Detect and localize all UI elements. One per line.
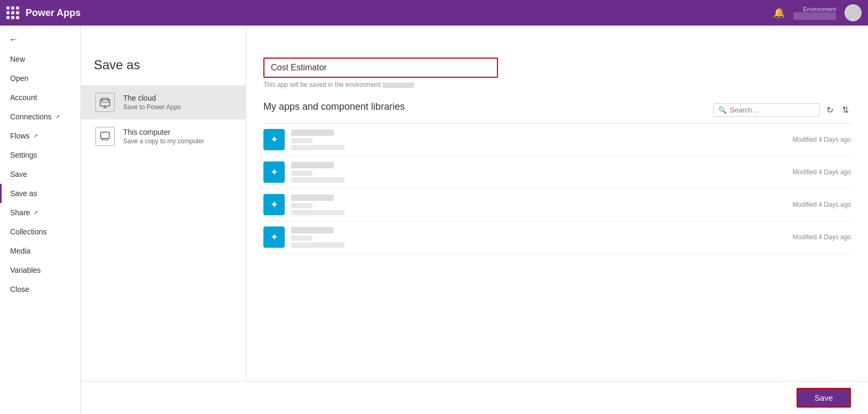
app-name-blur <box>291 227 334 233</box>
location-subtitle-cloud: Save to Power Apps <box>123 103 181 111</box>
app-tile-icon: ✦ <box>270 166 278 178</box>
section-title: My apps and component libraries <box>263 101 405 112</box>
app-modified-date: Modified 4 Days ago <box>793 136 851 143</box>
page-title: Save as <box>81 58 246 85</box>
content-area: Save as The cloud Save to Power Apps Thi… <box>81 26 868 414</box>
environment-selector[interactable]: Environment <box>793 6 836 20</box>
external-link-icon: ↗ <box>33 133 38 140</box>
sidebar-item-label: Open <box>10 74 28 83</box>
location-text-cloud: The cloud Save to Power Apps <box>123 94 181 111</box>
app-info <box>291 227 793 248</box>
sidebar-item-label: New <box>10 55 25 63</box>
app-list-item[interactable]: ✦ Modified 4 Days ago <box>263 156 851 189</box>
app-info <box>291 194 793 215</box>
sidebar-item-label: Media <box>10 247 30 255</box>
location-subtitle-computer: Save a copy to my computer <box>123 137 204 145</box>
app-sub1-blur <box>291 203 312 208</box>
app-tile-icon: ✦ <box>270 231 278 243</box>
app-grid-icon[interactable] <box>6 6 19 19</box>
app-tile: ✦ <box>263 161 285 183</box>
sidebar-item-share[interactable]: Share↗ <box>0 203 81 222</box>
sidebar-item-collections[interactable]: Collections <box>0 222 81 241</box>
app-info <box>291 129 793 150</box>
location-title-cloud: The cloud <box>123 94 181 102</box>
location-text-computer: This computer Save a copy to my computer <box>123 128 204 145</box>
sidebar-item-close[interactable]: Close <box>0 280 81 299</box>
app-name-blur <box>291 129 334 136</box>
sidebar-item-label: Save as <box>10 189 37 198</box>
env-label: Environment <box>803 6 836 12</box>
app-modified-date: Modified 4 Days ago <box>793 201 851 208</box>
app-name-blur <box>291 162 334 168</box>
app-tile: ✦ <box>263 194 285 215</box>
search-input[interactable] <box>730 106 815 114</box>
location-title-computer: This computer <box>123 128 204 136</box>
sidebar: ← NewOpenAccountConnections↗Flows↗Settin… <box>0 26 81 414</box>
app-tile: ✦ <box>263 226 285 248</box>
env-value[interactable] <box>793 12 836 20</box>
app-tile-icon: ✦ <box>270 199 278 210</box>
sidebar-item-media[interactable]: Media <box>0 241 81 261</box>
main-layout: ← NewOpenAccountConnections↗Flows↗Settin… <box>0 26 868 414</box>
header-right: 🔔 Environment <box>773 4 862 21</box>
sidebar-item-save[interactable]: Save <box>0 165 81 184</box>
svg-rect-5 <box>102 139 108 140</box>
svg-rect-1 <box>102 98 108 102</box>
sidebar-item-label: Account <box>10 93 37 102</box>
user-avatar[interactable] <box>845 4 862 21</box>
external-link-icon: ↗ <box>33 209 38 216</box>
sidebar-item-label: Connections <box>10 112 52 121</box>
sidebar-item-label: Settings <box>10 151 37 159</box>
sidebar-item-variables[interactable]: Variables <box>0 261 81 280</box>
app-tile: ✦ <box>263 129 285 150</box>
sidebar-item-flows[interactable]: Flows↗ <box>0 126 81 145</box>
sidebar-item-new[interactable]: New <box>0 50 81 69</box>
sidebar-item-label: Flows <box>10 132 30 140</box>
back-button[interactable]: ← <box>0 26 81 50</box>
app-sub2-blur <box>291 242 344 248</box>
save-bar: Save <box>81 381 868 414</box>
app-sub1-blur <box>291 138 312 143</box>
app-name-blur <box>291 194 334 201</box>
app-name: Power Apps <box>26 7 81 19</box>
app-tile-icon: ✦ <box>270 134 278 145</box>
save-button[interactable]: Save <box>797 388 851 408</box>
location-icon-computer <box>95 127 115 146</box>
app-name-input[interactable] <box>263 58 498 78</box>
name-list-panel: This app will be saved in the environmen… <box>246 26 868 381</box>
location-option-cloud[interactable]: The cloud Save to Power Apps <box>81 85 246 119</box>
app-modified-date: Modified 4 Days ago <box>793 233 851 241</box>
sidebar-item-open[interactable]: Open <box>0 69 81 88</box>
app-sub2-blur <box>291 145 344 150</box>
app-sub1-blur <box>291 171 312 176</box>
sort-button[interactable]: ⇅ <box>840 104 851 116</box>
sidebar-item-label: Close <box>10 285 29 294</box>
app-sub1-blur <box>291 236 312 241</box>
sidebar-item-settings[interactable]: Settings <box>0 145 81 165</box>
app-list: ✦ Modified 4 Days ago ✦ Modified 4 Days … <box>263 123 851 370</box>
sidebar-item-connections[interactable]: Connections↗ <box>0 107 81 126</box>
env-note: This app will be saved in the environmen… <box>263 81 851 88</box>
sidebar-item-label: Share <box>10 208 30 217</box>
sidebar-item-label: Variables <box>10 266 41 274</box>
sidebar-item-label: Collections <box>10 228 46 236</box>
location-icon-cloud <box>95 93 115 112</box>
saveas-container: Save as The cloud Save to Power Apps Thi… <box>81 26 868 381</box>
app-sub2-blur <box>291 177 344 183</box>
svg-rect-4 <box>101 132 109 139</box>
external-link-icon: ↗ <box>55 113 60 120</box>
sidebar-item-label: Save <box>10 170 27 178</box>
search-box[interactable]: 🔍 <box>713 103 820 117</box>
app-list-item[interactable]: ✦ Modified 4 Days ago <box>263 124 851 156</box>
list-actions: 🔍 ↻ ⇅ <box>713 103 851 117</box>
app-header: Power Apps 🔔 Environment <box>0 0 868 26</box>
app-list-item[interactable]: ✦ Modified 4 Days ago <box>263 189 851 221</box>
sidebar-item-saveas[interactable]: Save as <box>0 184 81 203</box>
refresh-button[interactable]: ↻ <box>824 104 835 116</box>
location-option-computer[interactable]: This computer Save a copy to my computer <box>81 119 246 153</box>
app-modified-date: Modified 4 Days ago <box>793 168 851 176</box>
app-info <box>291 162 793 183</box>
notification-bell-icon[interactable]: 🔔 <box>773 7 785 19</box>
sidebar-item-account[interactable]: Account <box>0 88 81 107</box>
app-list-item[interactable]: ✦ Modified 4 Days ago <box>263 221 851 254</box>
